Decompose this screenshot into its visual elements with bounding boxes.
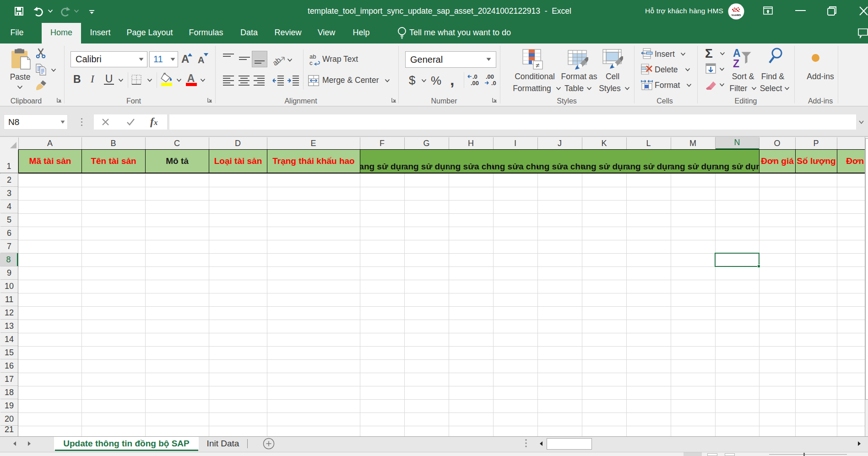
- svg-text:.00: .00: [471, 80, 479, 87]
- svg-text:c: c: [309, 60, 313, 66]
- svg-text:≠: ≠: [536, 61, 539, 69]
- svg-text:.0: .0: [472, 74, 477, 80]
- svg-text:VinHMS: VinHMS: [731, 14, 741, 16]
- svg-text:ab: ab: [273, 56, 282, 67]
- svg-text:.00: .00: [486, 74, 494, 80]
- svg-text:.0: .0: [491, 80, 496, 87]
- svg-text:ab: ab: [309, 54, 316, 60]
